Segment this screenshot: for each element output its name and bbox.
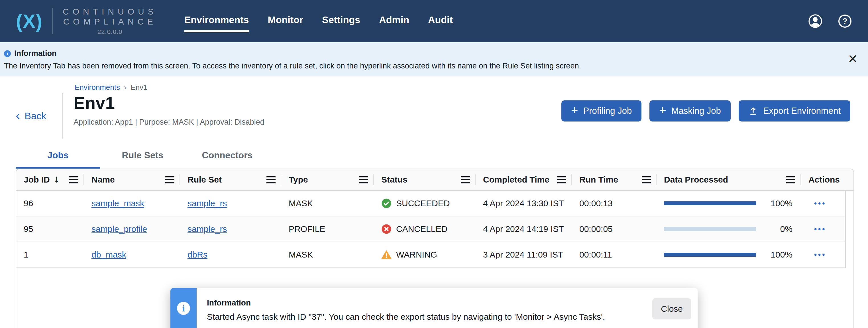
job-name-link[interactable]: db_mask	[91, 250, 126, 260]
column-menu-icon[interactable]	[557, 176, 566, 183]
column-menu-icon[interactable]	[359, 176, 368, 183]
toast-title: Information	[207, 298, 647, 307]
job-name-link[interactable]: sample_mask	[91, 199, 144, 208]
column-header-completed-time[interactable]: Completed Time	[475, 169, 572, 190]
column-header-name[interactable]: Name	[84, 169, 180, 190]
column-header-actions: Actions	[801, 169, 854, 190]
toast-notification: i Information Started Async task with ID…	[170, 288, 698, 328]
job-type-cell: MASK	[281, 199, 374, 208]
column-label: Completed Time	[483, 175, 550, 184]
column-label: Type	[289, 175, 308, 184]
progress-bar	[664, 227, 756, 231]
top-nav-bar: (X) CONTINUOUS COMPLIANCE 22.0.0.0 Envir…	[0, 0, 868, 42]
table-row: 96 sample_mask sample_rs MASK SUCCEEDED …	[16, 191, 845, 216]
run-time-cell: 00:00:11	[572, 250, 656, 260]
info-icon: i	[177, 302, 190, 315]
chevron-left-icon: ‹	[16, 109, 20, 122]
banner-close-icon[interactable]: ✕	[848, 53, 858, 65]
column-menu-icon[interactable]	[461, 176, 470, 183]
nav-item-settings[interactable]: Settings	[322, 10, 360, 32]
data-processed-cell: 100%	[656, 199, 801, 208]
success-icon	[381, 198, 392, 208]
row-actions-menu-icon[interactable]: •••	[814, 200, 826, 207]
column-menu-icon[interactable]	[786, 176, 795, 183]
product-wordmark: CONTINUOUS COMPLIANCE 22.0.0.0	[63, 6, 157, 36]
toast-body: Information Started Async task with ID "…	[197, 288, 647, 328]
nav-item-environments[interactable]: Environments	[184, 10, 249, 32]
rule-set-link[interactable]: sample_rs	[187, 199, 227, 208]
rule-set-cell: sample_rs	[180, 224, 281, 234]
data-processed-cell: 0%	[656, 224, 801, 234]
title-block: Env1 Application: App1 | Purpose: MASK |…	[63, 93, 265, 139]
profiling-job-label: Profiling Job	[583, 106, 632, 116]
rule-set-link[interactable]: dbRs	[187, 250, 208, 260]
job-name-cell: sample_mask	[84, 199, 180, 208]
logo-divider	[53, 8, 53, 34]
run-time-cell: 00:00:05	[572, 224, 656, 234]
column-label: Data Processed	[664, 175, 728, 184]
page-subtitle: Application: App1 | Purpose: MASK | Appr…	[73, 118, 265, 127]
plus-icon: +	[571, 105, 578, 116]
row-actions-menu-icon[interactable]: •••	[814, 251, 826, 259]
breadcrumb-separator-icon: ›	[124, 83, 126, 92]
profiling-job-button[interactable]: + Profiling Job	[561, 100, 642, 121]
cancelled-icon	[381, 224, 392, 234]
column-label: Rule Set	[187, 175, 222, 184]
rule-set-cell: sample_rs	[180, 199, 281, 208]
back-button[interactable]: ‹ Back	[16, 110, 46, 122]
masking-job-button[interactable]: + Masking Job	[649, 100, 731, 121]
info-icon: i	[4, 50, 11, 57]
column-header-status[interactable]: Status	[374, 169, 475, 190]
column-menu-icon[interactable]	[642, 176, 651, 183]
column-label: Actions	[808, 175, 840, 184]
data-processed-cell: 100%	[656, 250, 801, 260]
tab-rule-sets[interactable]: Rule Sets	[100, 146, 185, 169]
nav-right-icons: ?	[808, 14, 852, 28]
plus-icon: +	[659, 105, 666, 116]
user-account-icon[interactable]	[808, 14, 823, 28]
column-header-type[interactable]: Type	[281, 169, 374, 190]
progress-bar	[664, 253, 756, 257]
export-environment-label: Export Environment	[763, 106, 841, 116]
column-label: Name	[91, 175, 115, 184]
column-header-rule-set[interactable]: Rule Set	[180, 169, 281, 190]
toast-message: Started Async task with ID "37". You can…	[207, 312, 647, 322]
detail-tabs: Jobs Rule Sets Connectors	[16, 146, 868, 169]
column-menu-icon[interactable]	[165, 176, 175, 183]
column-header-job-id[interactable]: Job ID ↓	[16, 169, 84, 190]
main-nav: Environments Monitor Settings Admin Audi…	[184, 10, 453, 32]
rule-set-link[interactable]: sample_rs	[187, 224, 227, 234]
status-cell: WARNING	[374, 249, 475, 260]
banner-title-row: i Information	[4, 49, 834, 58]
progress-bar-fill	[664, 201, 756, 205]
completed-time-cell: 4 Apr 2024 13:30 IST	[475, 199, 572, 208]
tab-connectors[interactable]: Connectors	[185, 146, 270, 169]
nav-item-admin[interactable]: Admin	[379, 10, 409, 32]
job-name-link[interactable]: sample_profile	[91, 224, 147, 234]
status-label: SUCCEEDED	[396, 199, 450, 208]
completed-time-cell: 4 Apr 2024 14:19 IST	[475, 224, 572, 234]
actions-cell: •••	[801, 251, 845, 259]
progress-bar-fill	[664, 253, 756, 257]
column-header-run-time[interactable]: Run Time	[572, 169, 656, 190]
nav-item-audit[interactable]: Audit	[428, 10, 453, 32]
jobs-table-body: 96 sample_mask sample_rs MASK SUCCEEDED …	[16, 191, 846, 268]
row-actions-menu-icon[interactable]: •••	[814, 225, 826, 233]
sort-descending-icon[interactable]: ↓	[53, 175, 60, 184]
nav-item-monitor[interactable]: Monitor	[268, 10, 303, 32]
actions-cell: •••	[801, 200, 845, 207]
tab-jobs[interactable]: Jobs	[16, 146, 100, 169]
warning-icon	[381, 249, 392, 260]
product-name-line1: CONTINUOUS	[63, 6, 157, 17]
toast-close-button[interactable]: Close	[652, 298, 691, 320]
breadcrumb-environments-link[interactable]: Environments	[75, 83, 120, 92]
export-environment-button[interactable]: Export Environment	[739, 100, 850, 121]
job-id-cell: 96	[16, 199, 84, 208]
column-menu-icon[interactable]	[69, 176, 79, 183]
column-header-data-processed[interactable]: Data Processed	[656, 169, 801, 190]
help-icon[interactable]: ?	[838, 14, 852, 28]
completed-time-cell: 3 Apr 2024 11:09 IST	[475, 250, 572, 260]
product-name-line2: COMPLIANCE	[63, 17, 157, 27]
status-cell: SUCCEEDED	[374, 198, 475, 208]
column-menu-icon[interactable]	[267, 176, 276, 183]
